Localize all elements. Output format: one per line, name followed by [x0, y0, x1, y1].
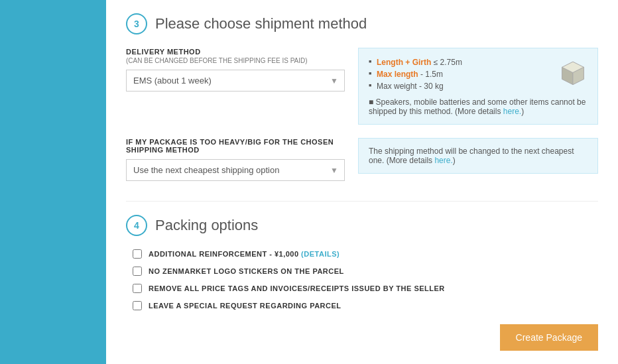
create-package-button[interactable]: Create Package: [500, 324, 598, 351]
packing-options: ADDITIONAL REINFORCEMENT - ¥1,000 (DETAI…: [126, 249, 598, 310]
checkbox-no-logo-label: NO ZENMARKET LOGO STICKERS ON THE PARCEL: [149, 267, 344, 275]
heavy-info-link[interactable]: here.: [434, 156, 452, 165]
heavy-section: IF MY PACKAGE IS TOO HEAVY/BIG FOR THE C…: [126, 138, 598, 181]
delivery-section: DELIVERY METHOD (CAN BE CHANGED BEFORE T…: [126, 48, 598, 125]
checkbox-reinforcement-label: ADDITIONAL REINFORCEMENT - ¥1,000 (DETAI…: [149, 250, 340, 258]
info-restriction-link[interactable]: here.: [503, 107, 521, 116]
heavy-left: IF MY PACKAGE IS TOO HEAVY/BIG FOR THE C…: [126, 138, 345, 181]
delivery-select-wrapper[interactable]: EMS (about 1 week) SAL (about 2-3 weeks)…: [126, 70, 345, 91]
heavy-label: IF MY PACKAGE IS TOO HEAVY/BIG FOR THE C…: [126, 138, 345, 154]
main-content: 3 Please choose shipment method DELIVERY…: [106, 0, 618, 364]
checkbox-item-4: LEAVE A SPECIAL REQUEST REGARDING PARCEL: [133, 301, 598, 310]
delivery-info-list: Length + Girth ≤ 2.75m Max length - 1.5m…: [369, 56, 587, 92]
delivery-info-box: Length + Girth ≤ 2.75m Max length - 1.5m…: [358, 48, 598, 125]
delivery-left: DELIVERY METHOD (CAN BE CHANGED BEFORE T…: [126, 48, 345, 91]
checkbox-item-3: REMOVE ALL PRICE TAGS AND INVOICES/RECEI…: [133, 284, 598, 293]
checkbox-reinforcement[interactable]: [133, 249, 142, 259]
section4-title: Packing options: [155, 217, 258, 234]
heavy-info-box: The shipping method will be changed to t…: [358, 138, 598, 174]
section3-title: Please choose shipment method: [155, 15, 367, 32]
checkbox-remove-tags-label: REMOVE ALL PRICE TAGS AND INVOICES/RECEI…: [149, 284, 445, 292]
section4-header: 4 Packing options: [126, 201, 598, 236]
delivery-sublabel: (CAN BE CHANGED BEFORE THE SHIPPING FEE …: [126, 57, 345, 64]
details-link[interactable]: (DETAILS): [301, 250, 340, 258]
checkbox-item-1: ADDITIONAL REINFORCEMENT - ¥1,000 (DETAI…: [133, 249, 598, 259]
info-item-2: Max length - 1.5m: [369, 68, 587, 80]
heavy-select[interactable]: Use the next cheapest shipping option Us…: [126, 159, 345, 181]
info-restriction-text: ■ Speakers, mobile batteries and some ot…: [369, 97, 587, 116]
info-highlight-maxlength: Max length: [377, 70, 418, 79]
delivery-select[interactable]: EMS (about 1 week) SAL (about 2-3 weeks)…: [126, 70, 345, 91]
checkbox-no-logo[interactable]: [133, 267, 142, 276]
heavy-info-text: The shipping method will be changed to t…: [369, 147, 574, 165]
checkbox-item-2: NO ZENMARKET LOGO STICKERS ON THE PARCEL: [133, 267, 598, 276]
checkbox-remove-tags[interactable]: [133, 284, 142, 293]
step3-circle: 3: [126, 13, 147, 34]
info-highlight-length: Length + Girth: [377, 58, 431, 67]
heavy-select-wrapper[interactable]: Use the next cheapest shipping option Us…: [126, 159, 345, 181]
info-item-3: Max weight - 30 kg: [369, 80, 587, 92]
sidebar: [0, 0, 106, 364]
checkbox-special-request[interactable]: [133, 301, 142, 310]
checkbox-special-request-label: LEAVE A SPECIAL REQUEST REGARDING PARCEL: [149, 302, 341, 310]
info-item-1: Length + Girth ≤ 2.75m: [369, 56, 587, 68]
delivery-label: DELIVERY METHOD: [126, 48, 345, 56]
step4-circle: 4: [126, 215, 147, 236]
section3-header: 3 Please choose shipment method: [126, 13, 598, 34]
